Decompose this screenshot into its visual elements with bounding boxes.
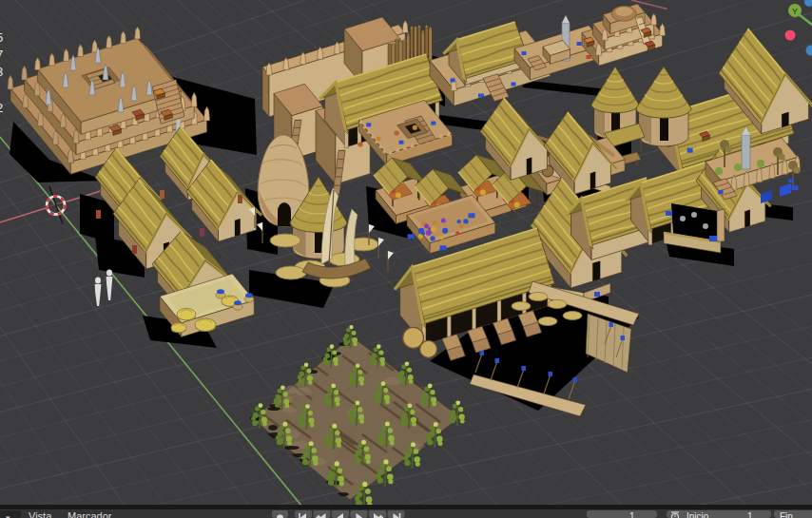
svg-text:Marcador: Marcador — [68, 510, 112, 518]
svg-text:1: 1 — [629, 511, 635, 518]
svg-text:Fin: Fin — [780, 511, 793, 518]
svg-text:5: 5 — [0, 30, 3, 45]
svg-text:Y: Y — [792, 7, 798, 16]
svg-text:Vista: Vista — [29, 510, 52, 518]
svg-text:▾: ▾ — [6, 513, 10, 518]
svg-text:Inicio: Inicio — [686, 511, 709, 518]
svg-text:7: 7 — [0, 48, 3, 62]
svg-text:2: 2 — [0, 101, 3, 115]
svg-text:1: 1 — [747, 511, 753, 518]
svg-text:3: 3 — [0, 65, 3, 79]
